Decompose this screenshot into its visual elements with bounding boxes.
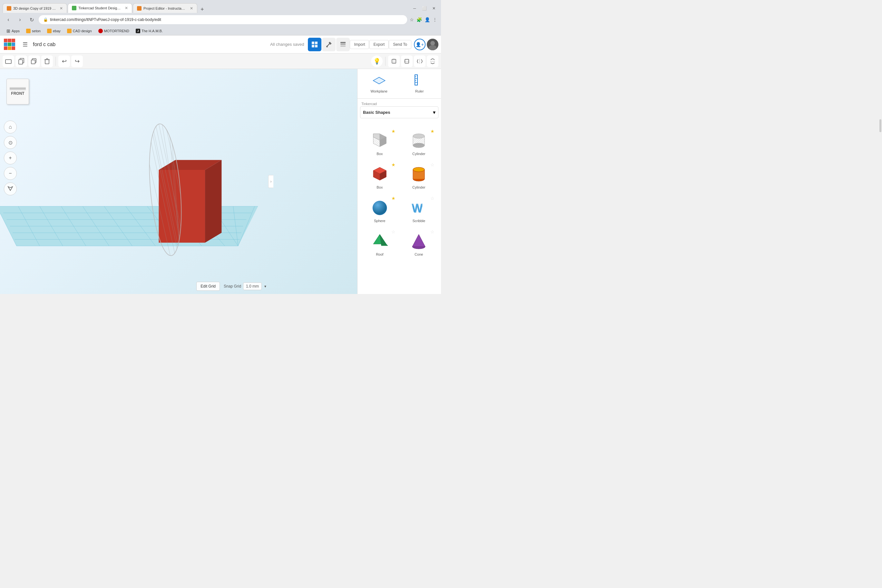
fit-view-button[interactable]: ⊙ xyxy=(4,136,17,149)
svg-rect-5 xyxy=(340,42,346,44)
snap-grid-dropdown[interactable]: ▼ xyxy=(264,285,267,288)
svg-rect-59 xyxy=(415,75,417,85)
new-tab-button[interactable]: + xyxy=(198,6,207,13)
roof-star[interactable]: ☆ xyxy=(392,229,396,234)
app-container: ☰ ford c cab All changes saved xyxy=(0,36,441,294)
design-name[interactable]: ford c cab xyxy=(33,42,270,47)
svg-marker-88 xyxy=(380,234,388,246)
align-tool-2[interactable] xyxy=(401,56,412,67)
zoom-out-button[interactable]: − xyxy=(4,167,17,180)
svg-rect-6 xyxy=(340,44,346,45)
bookmark-seton-label: seton xyxy=(32,29,40,33)
shape-item-cone[interactable]: ☆ Cone xyxy=(401,228,438,259)
svg-rect-16 xyxy=(45,60,49,64)
align-tool-1[interactable] xyxy=(388,56,400,67)
cylinder-orange-star[interactable]: ☆ xyxy=(430,162,435,167)
sphere-star[interactable]: ★ xyxy=(392,196,396,201)
tools-button[interactable] xyxy=(322,38,336,51)
send-to-button[interactable]: Send To xyxy=(389,40,411,49)
tab3-favicon xyxy=(137,6,141,10)
shape-item-sphere[interactable]: ★ xyxy=(362,194,398,225)
shape-item-box-red[interactable]: ★ Box xyxy=(362,161,398,192)
hamburger-button[interactable]: ☰ xyxy=(20,38,30,51)
shape-item-scribble[interactable]: ☆ W W Scribble xyxy=(401,194,438,225)
url-text: tinkercad.com/things/ltNPTvPowcJ-copy-of… xyxy=(50,17,403,22)
viewport[interactable]: FRONT ⌂ ⊙ + − › Edit Grid xyxy=(0,69,357,294)
svg-point-83 xyxy=(413,167,424,172)
category-dropdown[interactable]: Basic Shapes ▾ xyxy=(360,106,438,118)
ruler-button[interactable]: Ruler xyxy=(401,72,439,96)
tab-2[interactable]: Tinkercad Student Design Conte... ✕ xyxy=(68,3,132,13)
box-gray-star[interactable]: ★ xyxy=(392,129,396,134)
grid-view-button[interactable] xyxy=(308,38,321,51)
svg-rect-7 xyxy=(340,46,346,47)
ruler-label: Ruler xyxy=(415,89,424,93)
bookmark-ebay[interactable]: ebay xyxy=(45,28,63,34)
mirror-tool-1[interactable] xyxy=(414,56,426,67)
export-button[interactable]: Export xyxy=(369,40,389,49)
bookmark-cad[interactable]: CAD design xyxy=(64,28,94,34)
bookmark-seton[interactable]: seton xyxy=(24,28,43,34)
red-box-right xyxy=(205,160,222,242)
forward-button[interactable]: › xyxy=(15,15,24,24)
reload-button[interactable]: ↻ xyxy=(27,15,36,24)
bookmark-hamb[interactable]: J The H.A.M.B. xyxy=(133,28,165,34)
redo-button[interactable]: ↪ xyxy=(71,56,83,67)
svg-rect-11 xyxy=(6,60,11,63)
menu-icon[interactable]: ⋮ xyxy=(433,17,437,22)
cylinder-orange-icon xyxy=(408,164,429,184)
delete-tool[interactable] xyxy=(41,56,53,67)
scribble-icon: W W xyxy=(408,197,429,218)
home-view-button[interactable]: ⌂ xyxy=(4,121,17,134)
shape-item-roof[interactable]: ☆ Roof xyxy=(362,228,398,259)
copy-tool[interactable] xyxy=(15,56,27,67)
extensions-icon[interactable]: 🧩 xyxy=(417,17,422,22)
close-window-button[interactable]: ✕ xyxy=(429,4,438,13)
url-bar[interactable]: 🔒 tinkercad.com/things/ltNPTvPowcJ-copy-… xyxy=(39,15,407,24)
nav-controls: ⌂ ⊙ + − xyxy=(4,121,17,195)
tab3-close[interactable]: ✕ xyxy=(190,6,193,10)
duplicate-tool[interactable] xyxy=(28,56,40,67)
cylinder-gray-star[interactable]: ★ xyxy=(430,129,435,134)
box-red-star[interactable]: ★ xyxy=(392,162,396,167)
tinkercad-logo[interactable] xyxy=(3,38,19,51)
zoom-in-button[interactable]: + xyxy=(4,152,17,164)
shape-item-cylinder-orange[interactable]: ☆ Cylinder xyxy=(401,161,438,192)
shape-item-cylinder-gray[interactable]: ★ xyxy=(401,128,438,158)
perspective-button[interactable] xyxy=(4,183,17,195)
shape-cone-label: Cone xyxy=(415,252,423,256)
hint-button[interactable]: 💡 xyxy=(371,56,382,67)
scribble-star[interactable]: ☆ xyxy=(430,196,435,201)
user-avatar[interactable] xyxy=(427,39,438,50)
minimize-button[interactable]: ─ xyxy=(410,4,419,13)
maximize-button[interactable]: ⬜ xyxy=(420,4,429,13)
back-button[interactable]: ‹ xyxy=(4,15,13,24)
edit-grid-button[interactable]: Edit Grid xyxy=(196,282,220,291)
collapse-panel-button[interactable]: › xyxy=(268,175,273,188)
snap-grid-value: 1.0 mm xyxy=(243,282,262,290)
star-icon[interactable]: ☆ xyxy=(410,17,414,22)
bookmark-apps[interactable]: ⊞ Apps xyxy=(4,28,22,34)
tab2-close[interactable]: ✕ xyxy=(125,6,128,10)
scene-svg xyxy=(0,69,357,294)
cone-star[interactable]: ☆ xyxy=(430,229,435,234)
workplane-button[interactable]: Workplane xyxy=(360,72,398,96)
undo-button[interactable]: ↩ xyxy=(58,56,70,67)
chevron-down-icon: ▾ xyxy=(433,109,435,116)
shape-item-box-gray[interactable]: ★ xyxy=(362,128,398,158)
account-icon[interactable]: 👤 xyxy=(424,17,430,22)
layers-button[interactable] xyxy=(336,38,350,51)
tab1-close[interactable]: ✕ xyxy=(60,6,63,10)
mirror-tool-2[interactable] xyxy=(427,56,438,67)
toolbar-separator-2 xyxy=(385,57,386,66)
import-button[interactable]: Import xyxy=(350,40,369,49)
roof-icon xyxy=(369,231,390,251)
bookmark-ebay-label: ebay xyxy=(53,29,61,33)
add-user-button[interactable]: 👤+ xyxy=(414,39,426,50)
bookmark-motortrend[interactable]: MOTORTREND xyxy=(96,28,132,34)
tab-1[interactable]: 3D design Copy of 1919 c-cab b... ✕ xyxy=(3,3,67,13)
tab-3[interactable]: Project Editor - Instructables ✕ xyxy=(133,3,197,13)
toolbar-actions xyxy=(308,38,350,51)
plane-tool[interactable] xyxy=(3,56,14,67)
bookmark-motortrend-label: MOTORTREND xyxy=(104,29,129,33)
